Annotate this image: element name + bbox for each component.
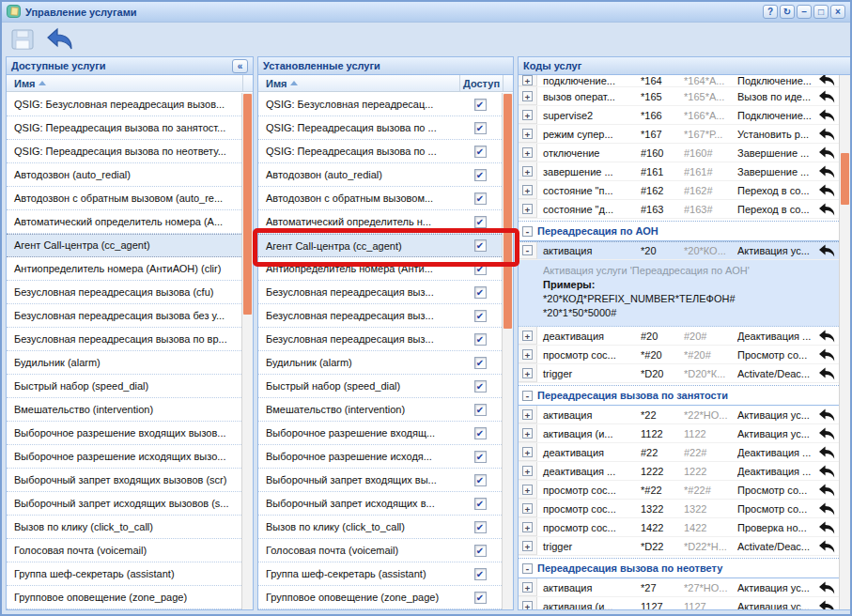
installed-list-item[interactable]: Вмешательство (intervention)✔	[258, 398, 502, 422]
available-list-item[interactable]: Автодозвон (auto_redial)	[7, 163, 241, 187]
undo-code-button[interactable]	[813, 244, 839, 257]
installed-scrollbar-thumb[interactable]	[503, 94, 512, 329]
expand-row-icon[interactable]: +	[522, 91, 533, 101]
access-checkbox[interactable]: ✔	[474, 545, 487, 557]
access-checkbox[interactable]: ✔	[474, 498, 487, 510]
undo-code-button[interactable]	[813, 465, 839, 478]
undo-code-button[interactable]	[813, 521, 839, 534]
available-list-item[interactable]: Группа шеф-секретарь (assistant)	[7, 562, 241, 586]
expand-row-icon[interactable]: +	[522, 331, 533, 341]
undo-code-button[interactable]	[813, 484, 839, 497]
available-list-item[interactable]: Антиопределитель номера (АнтиАОН) (clir)	[7, 257, 241, 281]
collapse-group-icon[interactable]: -	[522, 391, 533, 401]
code-row[interactable]: +просмотр сос...13221322Просмотр со...	[519, 500, 839, 518]
available-list-item[interactable]: Агент Call-центра (cc_agent)	[7, 234, 241, 257]
undo-code-button[interactable]	[813, 146, 839, 160]
undo-button[interactable]	[45, 25, 75, 54]
code-row[interactable]: +деактивация ...12221222Деактивация ...	[519, 462, 839, 481]
available-list-item[interactable]: Групповое оповещение (zone_page)	[7, 586, 241, 609]
undo-code-button[interactable]	[813, 128, 839, 141]
undo-code-button[interactable]	[813, 427, 839, 440]
installed-list-item[interactable]: Выборочное разрешение входящ...✔	[258, 422, 502, 445]
available-list-item[interactable]: Безусловная переадресация вызова по вр..…	[7, 328, 241, 351]
expand-row-icon[interactable]: +	[522, 503, 533, 514]
undo-code-button[interactable]	[813, 184, 839, 197]
installed-scrollbar[interactable]	[502, 93, 513, 609]
installed-list-item[interactable]: Быстрый набор (speed_dial)✔	[258, 375, 502, 398]
installed-list-item[interactable]: Безусловная переадресация выз...✔	[258, 304, 502, 328]
collapse-row-icon[interactable]: -	[522, 245, 533, 255]
expand-row-icon[interactable]: +	[522, 541, 533, 551]
expand-row-icon[interactable]: +	[522, 409, 533, 420]
available-list-item[interactable]: Безусловная переадресация вызова без у..…	[7, 304, 241, 328]
expand-row-icon[interactable]: +	[522, 485, 533, 495]
installed-list-item[interactable]: Будильник (alarm)✔	[258, 351, 502, 375]
undo-code-button[interactable]	[813, 330, 839, 343]
expand-row-icon[interactable]: +	[522, 129, 533, 139]
expand-row-icon[interactable]: +	[522, 110, 533, 120]
available-list-item[interactable]: Выборочный запрет входящих вызовов (scr)	[7, 469, 241, 492]
code-group-header[interactable]: -Переадресация вызова по занятости	[519, 385, 839, 406]
installed-list-item[interactable]: Групповое оповещение (zone_page)✔	[258, 586, 502, 609]
expand-row-icon[interactable]: +	[522, 204, 533, 214]
installed-list-item[interactable]: Автодозвон с обратным вызовом...✔	[258, 187, 502, 210]
code-row[interactable]: +подключение...*164*164*А...Подключение.…	[519, 75, 839, 87]
undo-code-button[interactable]	[813, 75, 839, 86]
available-list-item[interactable]: Вызов по клику (click_to_call)	[7, 516, 241, 539]
undo-code-button[interactable]	[813, 408, 839, 422]
installed-list-item[interactable]: Голосовая почта (voicemail)✔	[258, 539, 502, 562]
code-row[interactable]: +trigger*D22*D22*Н...Activate/Deac...	[519, 537, 839, 556]
installed-list-item[interactable]: Выборочное разрешение исходя...✔	[258, 445, 502, 469]
expand-row-icon[interactable]: +	[522, 75, 533, 85]
expand-row-icon[interactable]: +	[522, 185, 533, 195]
access-checkbox[interactable]: ✔	[474, 427, 487, 439]
available-list-item[interactable]: Безусловная переадресация вызова (cfu)	[7, 281, 241, 304]
access-checkbox[interactable]: ✔	[474, 380, 487, 393]
available-list-item[interactable]: Будильник (alarm)	[7, 351, 241, 375]
collapse-group-icon[interactable]: -	[522, 226, 533, 237]
code-row[interactable]: +деактивация#22#22#Деактивация ...	[519, 443, 839, 462]
code-row[interactable]: +активация*22*22*НО...Активация ус...	[519, 406, 839, 424]
installed-list-item[interactable]: Вызов по клику (click_to_call)✔	[258, 516, 502, 539]
code-row[interactable]: +supervise2*166*166*А...Подключение...	[519, 106, 839, 125]
help-button[interactable]: ?	[763, 5, 778, 19]
installed-list-item[interactable]: QSIG: Безусловная переадресац...✔	[258, 93, 502, 116]
installed-column-header[interactable]: Имя Доступ	[258, 75, 513, 92]
installed-list-item[interactable]: Автодозвон (auto_redial)✔	[258, 163, 502, 187]
undo-code-button[interactable]	[813, 581, 839, 594]
installed-list-item[interactable]: Выборочный запрет входящих вы...✔	[258, 469, 502, 492]
collapse-panel-button[interactable]: «	[232, 59, 248, 73]
code-row[interactable]: +состояние "д...#163#163#Переход в со...	[519, 200, 839, 219]
maximize-button[interactable]: □	[813, 5, 829, 19]
code-row[interactable]: +состояние "п...#162#162#Переход в со...	[519, 181, 839, 200]
available-list-item[interactable]: Автодозвон с обратным вызовом (auto_re..…	[7, 187, 241, 210]
access-checkbox[interactable]: ✔	[474, 122, 487, 134]
access-checkbox[interactable]: ✔	[474, 568, 487, 580]
access-checkbox[interactable]: ✔	[474, 286, 487, 299]
available-list-item[interactable]: Выборочный запрет исходящих вызовов (s..…	[7, 492, 241, 516]
undo-code-button[interactable]	[813, 109, 839, 122]
expand-row-icon[interactable]: +	[522, 368, 533, 378]
undo-code-button[interactable]	[813, 446, 839, 459]
installed-list-item[interactable]: QSIG: Переадресация вызова по ...✔	[258, 116, 502, 140]
undo-code-button[interactable]	[813, 540, 839, 553]
code-row[interactable]: +завершение ...#161#161#Завершение ...	[519, 162, 839, 181]
available-column-header[interactable]: Имя	[7, 75, 253, 92]
access-checkbox[interactable]: ✔	[474, 192, 487, 205]
code-row[interactable]: +trigger*D20*D20*К...Activate/Deac...	[519, 364, 839, 383]
available-list-item[interactable]: Выборочное разрешение исходящих вызо...	[7, 445, 241, 469]
code-row[interactable]: +деактивация#20#20#Деактивация ...	[519, 327, 839, 346]
access-checkbox[interactable]: ✔	[474, 404, 487, 416]
refresh-button[interactable]: ↻	[780, 5, 795, 19]
access-checkbox[interactable]: ✔	[474, 451, 487, 463]
access-checkbox[interactable]: ✔	[474, 146, 487, 158]
available-scrollbar-thumb[interactable]	[243, 94, 252, 315]
expand-row-icon[interactable]: +	[522, 447, 533, 457]
installed-list-item[interactable]: Выборочный запрет исходящих в...✔	[258, 492, 502, 516]
access-checkbox[interactable]: ✔	[474, 521, 487, 533]
code-row[interactable]: +просмотр сос...*#20*#20#Просмотр со...	[519, 346, 839, 364]
expand-row-icon[interactable]: +	[522, 428, 533, 439]
save-button[interactable]	[8, 25, 38, 54]
expand-row-icon[interactable]: +	[522, 466, 533, 476]
undo-code-button[interactable]	[813, 600, 839, 610]
